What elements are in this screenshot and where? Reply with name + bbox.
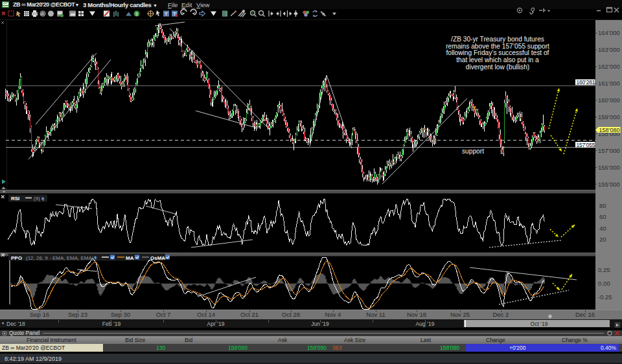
svg-text:164’000: 164’000 [598, 29, 620, 36]
svg-text:Nov 11: Nov 11 [366, 311, 385, 318]
svg-text:support: support [462, 148, 484, 155]
svg-text:161’000: 161’000 [598, 80, 620, 87]
svg-text:Nov 4: Nov 4 [325, 311, 341, 318]
svg-text:156’000: 156’000 [598, 164, 620, 171]
svg-text:Dec 16: Dec 16 [575, 311, 595, 318]
svg-text:Sep 30: Sep 30 [111, 311, 130, 318]
svg-text:40: 40 [599, 225, 606, 232]
svg-text:20: 20 [599, 236, 606, 243]
svg-text:Sep 23: Sep 23 [68, 311, 87, 318]
svg-text:remains above the 157’055 supp: remains above the 157’055 support [446, 43, 549, 50]
svg-text:/ZB 30-yr Treasury bond future: /ZB 30-yr Treasury bond futures [451, 36, 544, 43]
svg-text:-0.25: -0.25 [598, 293, 612, 301]
svg-text:that level which also put in a: that level which also put in a [456, 56, 539, 63]
svg-text:Dec ’18: Dec ’18 [6, 321, 25, 327]
svg-text:$: $ [135, 12, 138, 16]
svg-text:Oct 28: Oct 28 [282, 311, 300, 318]
svg-text:Oct 14: Oct 14 [197, 311, 215, 318]
svg-text:Oct 7: Oct 7 [156, 311, 171, 318]
svg-text:Jun ’19: Jun ’19 [311, 321, 329, 327]
svg-text:0.00: 0.00 [598, 280, 610, 287]
svg-text:158’080: 158’080 [599, 127, 620, 133]
svg-text:Nov 18: Nov 18 [407, 311, 426, 318]
svg-text:RSI: RSI [11, 196, 19, 201]
svg-text:Oct 21: Oct 21 [240, 311, 259, 318]
svg-text:Nov 25: Nov 25 [450, 311, 470, 318]
svg-text:0.25: 0.25 [598, 266, 610, 273]
svg-text:80: 80 [599, 202, 606, 209]
svg-text:divergent low (bullish): divergent low (bullish) [466, 63, 530, 71]
svg-text:MA: MA [126, 255, 134, 261]
svg-text:PPO: PPO [11, 255, 22, 261]
svg-text:OsMA: OsMA [150, 255, 165, 261]
svg-text:160’281: 160’281 [577, 79, 595, 85]
svg-text:Dec 2: Dec 2 [493, 311, 509, 318]
svg-text:157’055: 157’055 [577, 142, 595, 148]
svg-text:162’000: 162’000 [598, 63, 620, 70]
svg-text:Aug ’19: Aug ’19 [416, 321, 435, 327]
svg-text:(12, 26, 9 - EMA, EMA, EMA): (12, 26, 9 - EMA, EMA, EMA) [26, 255, 94, 261]
svg-text:Feb ’19: Feb ’19 [102, 321, 121, 327]
svg-text:Oct ’19: Oct ’19 [531, 321, 548, 327]
svg-text:T: T [165, 11, 168, 17]
svg-text:Sep 16: Sep 16 [30, 311, 49, 318]
svg-text:following Friday’s successful: following Friday’s successful test of [446, 49, 549, 56]
svg-text:159’000: 159’000 [598, 113, 620, 120]
svg-text:Apr ’19: Apr ’19 [207, 321, 225, 327]
svg-text:155’000: 155’000 [598, 181, 620, 188]
svg-text:163’000: 163’000 [598, 46, 620, 53]
svg-text:160’000: 160’000 [598, 97, 620, 104]
svg-text:(9): (9) [34, 196, 40, 201]
svg-text:60: 60 [599, 213, 606, 220]
svg-text:157’000: 157’000 [598, 147, 620, 154]
